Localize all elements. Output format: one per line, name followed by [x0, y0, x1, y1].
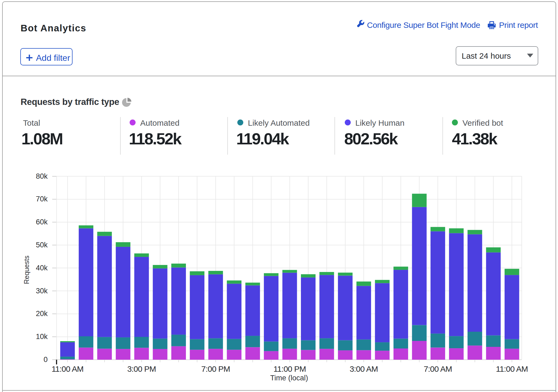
- svg-text:3:00 PM: 3:00 PM: [127, 364, 156, 373]
- svg-text:3:00 AM: 3:00 AM: [350, 364, 378, 373]
- svg-text:11:00 AM: 11:00 AM: [496, 364, 528, 373]
- svg-text:0: 0: [44, 356, 48, 364]
- svg-text:20k: 20k: [36, 310, 48, 318]
- svg-text:80k: 80k: [36, 172, 48, 180]
- svg-text:30k: 30k: [36, 287, 48, 295]
- svg-text:11:00 AM: 11:00 AM: [51, 364, 83, 373]
- svg-text:40k: 40k: [36, 264, 48, 272]
- svg-text:10k: 10k: [36, 333, 48, 341]
- svg-text:70k: 70k: [36, 195, 48, 203]
- svg-text:11:00 PM: 11:00 PM: [274, 364, 306, 373]
- svg-text:7:00 AM: 7:00 AM: [424, 364, 452, 373]
- svg-text:Time (local): Time (local): [270, 374, 308, 382]
- svg-text:7:00 PM: 7:00 PM: [201, 364, 230, 373]
- svg-text:60k: 60k: [36, 218, 48, 226]
- svg-text:Requests: Requests: [23, 255, 30, 284]
- svg-text:50k: 50k: [36, 241, 48, 249]
